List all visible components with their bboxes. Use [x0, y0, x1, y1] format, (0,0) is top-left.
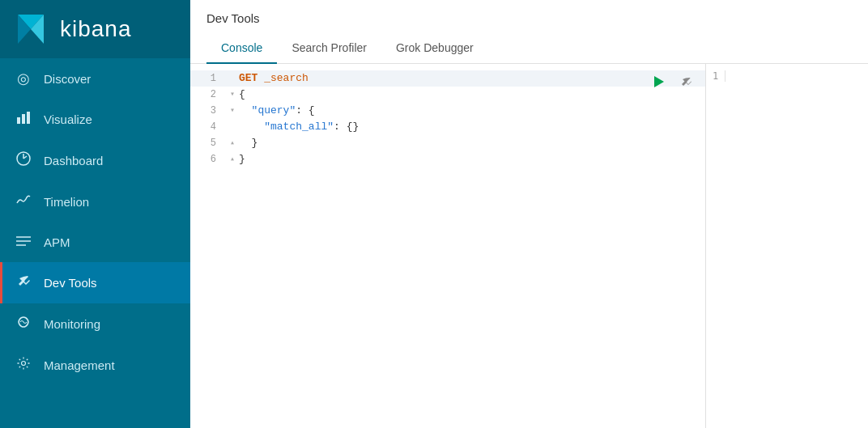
sidebar-item-apm-label: APM [44, 235, 70, 249]
apm-icon [15, 234, 32, 251]
dashboard-icon [15, 151, 32, 170]
line-content-3: "query": { [239, 103, 699, 119]
line-number-5: 5 [197, 135, 216, 151]
result-line-1: 1 [706, 64, 868, 88]
sidebar-item-visualize-label: Visualize [44, 112, 92, 126]
visualize-icon [15, 110, 32, 129]
result-panel: 1 [706, 64, 868, 428]
svg-marker-12 [654, 76, 664, 87]
result-divider [725, 70, 725, 82]
sidebar-item-devtools-label: Dev Tools [44, 276, 97, 290]
sidebar-item-monitoring[interactable]: Monitoring [0, 303, 190, 345]
tab-search-profiler[interactable]: Search Profiler [277, 33, 381, 64]
svg-rect-5 [22, 114, 25, 124]
line-content-4: "match_all": {} [239, 119, 699, 135]
svg-point-11 [22, 362, 26, 366]
sidebar-logo: kibana [0, 0, 190, 58]
discover-icon: ◎ [15, 70, 32, 87]
code-line-3: 3 ▾ "query": { [190, 103, 705, 119]
sidebar-item-timelion[interactable]: Timelion [0, 181, 190, 222]
main-header: Dev Tools Console Search Profiler Grok D… [190, 0, 868, 64]
sidebar-item-management-label: Management [44, 358, 115, 372]
line-number-6: 6 [197, 151, 216, 167]
sidebar-item-dashboard-label: Dashboard [44, 154, 103, 167]
svg-rect-4 [17, 117, 20, 124]
sidebar-item-discover[interactable]: ◎ Discover [0, 58, 190, 99]
editor-toolbar [647, 70, 697, 93]
management-icon [15, 356, 32, 375]
code-editor[interactable]: 1 GET _search 2 ▾ { 3 ▾ "query": { [190, 64, 705, 428]
line-content-6: } [239, 151, 699, 167]
line-number-1: 1 [197, 70, 216, 87]
editor-area: 1 GET _search 2 ▾ { 3 ▾ "query": { [190, 64, 868, 428]
code-line-4: 4 "match_all": {} [190, 119, 705, 135]
devtools-icon [15, 273, 32, 292]
code-line-6: 6 ▴ } [190, 151, 705, 167]
code-line-2: 2 ▾ { [190, 87, 705, 103]
code-editor-panel: 1 GET _search 2 ▾ { 3 ▾ "query": { [190, 64, 706, 428]
sidebar-item-monitoring-label: Monitoring [44, 317, 100, 331]
sidebar-item-visualize[interactable]: Visualize [0, 99, 190, 140]
tab-console[interactable]: Console [206, 33, 277, 64]
svg-rect-6 [27, 112, 30, 124]
result-line-number: 1 [713, 70, 718, 82]
line-gutter-2: ▾ [226, 87, 239, 103]
line-gutter-6: ▴ [226, 151, 239, 167]
line-gutter-3: ▾ [226, 103, 239, 119]
line-number-2: 2 [197, 87, 216, 103]
tab-grok-debugger[interactable]: Grok Debugger [381, 33, 488, 64]
settings-button[interactable] [674, 70, 697, 93]
sidebar-navigation: ◎ Discover Visualize Dashboard Timelion [0, 58, 190, 428]
line-content-5: } [239, 135, 699, 151]
sidebar-item-dashboard[interactable]: Dashboard [0, 140, 190, 181]
code-line-5: 5 ▴ } [190, 135, 705, 151]
line-content-1: GET _search [239, 70, 699, 87]
line-content-2: { [239, 87, 699, 103]
run-button[interactable] [647, 70, 670, 93]
kibana-logo-icon [15, 11, 50, 47]
kibana-logo-text: kibana [60, 16, 132, 42]
line-gutter-5: ▴ [226, 135, 239, 151]
line-number-4: 4 [197, 119, 216, 135]
line-number-3: 3 [197, 103, 216, 119]
timelion-icon [15, 193, 32, 211]
sidebar-item-devtools[interactable]: Dev Tools [0, 262, 190, 303]
code-line-1: 1 GET _search [190, 70, 705, 87]
sidebar-item-timelion-label: Timelion [44, 195, 89, 209]
tab-bar: Console Search Profiler Grok Debugger [206, 33, 852, 63]
sidebar-item-apm[interactable]: APM [0, 222, 190, 262]
sidebar-item-management[interactable]: Management [0, 345, 190, 386]
sidebar: kibana ◎ Discover Visualize Dashboard Ti… [0, 0, 190, 428]
sidebar-item-discover-label: Discover [44, 72, 91, 86]
page-title: Dev Tools [206, 11, 852, 25]
monitoring-icon [15, 315, 32, 333]
main-content: Dev Tools Console Search Profiler Grok D… [190, 0, 868, 428]
